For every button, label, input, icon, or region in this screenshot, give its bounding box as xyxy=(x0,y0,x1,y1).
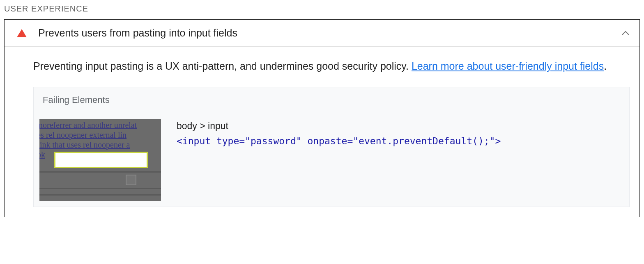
thumbnail-divider xyxy=(39,171,161,173)
selector-path: body > input xyxy=(177,121,623,132)
thumbnail-text-line: t uses rel noopener external lin xyxy=(39,130,126,140)
audit-description-period: . xyxy=(604,60,607,72)
failing-elements-header: Failing Elements xyxy=(34,87,629,113)
thumbnail-highlighted-input xyxy=(54,152,148,168)
audit-description: Preventing input pasting is a UX anti-pa… xyxy=(33,57,630,75)
thumbnail-text-line: noreferrer and another unrelat xyxy=(39,121,137,130)
section-header: USER EXPERIENCE xyxy=(4,4,640,14)
failing-element-details: body > input <input type="password" onpa… xyxy=(177,119,623,146)
thumbnail-divider xyxy=(39,188,161,189)
audit-description-text: Preventing input pasting is a UX anti-pa… xyxy=(33,60,412,72)
failing-element-row: noreferrer and another unrelat t uses re… xyxy=(34,113,629,207)
warning-triangle-icon xyxy=(17,29,27,37)
failing-elements-table: Failing Elements noreferrer and another … xyxy=(33,87,630,207)
learn-more-link[interactable]: Learn more about user-friendly input fie… xyxy=(412,60,604,72)
thumbnail-broken-image-icon xyxy=(126,175,136,185)
audit-header[interactable]: Prevents users from pasting into input f… xyxy=(5,20,639,47)
audit-body: Preventing input pasting is a UX anti-pa… xyxy=(5,47,639,217)
thumbnail-text-line: al link that uses rel noopener a xyxy=(39,140,130,150)
element-thumbnail: noreferrer and another unrelat t uses re… xyxy=(39,119,161,201)
thumbnail-divider xyxy=(39,194,161,196)
audit-title: Prevents users from pasting into input f… xyxy=(38,27,621,39)
audit-card: Prevents users from pasting into input f… xyxy=(4,19,640,217)
code-snippet: <input type="password" onpaste="event.pr… xyxy=(177,136,623,146)
chevron-up-icon xyxy=(621,30,630,36)
